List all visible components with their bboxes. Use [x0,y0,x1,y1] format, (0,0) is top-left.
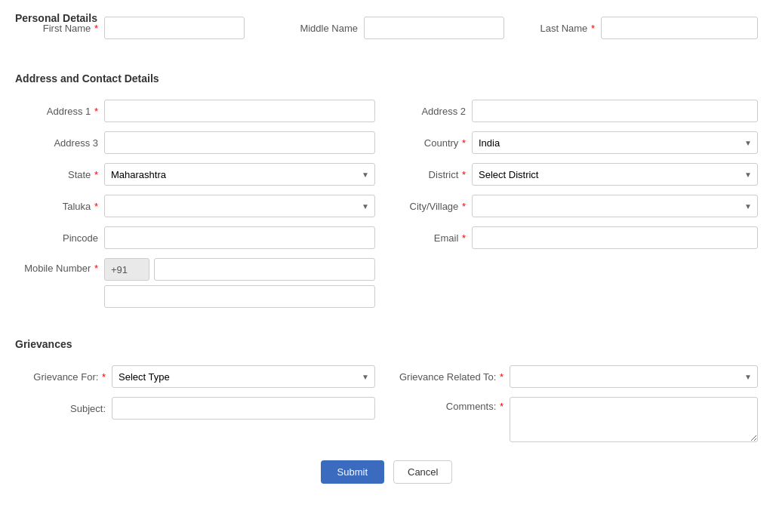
city-village-select-wrapper: ▼ [472,195,758,217]
district-row: District * Select District ▼ [398,163,758,186]
state-select[interactable]: Maharashtra [104,163,375,186]
mobile-number-extra-input[interactable] [104,285,375,308]
address-contact-section: Address and Contact Details Address 1 * … [15,72,758,308]
taluka-select-wrapper: ▼ [104,195,375,217]
taluka-label: Taluka [63,201,91,212]
address1-row: Address 1 * [15,100,375,122]
address3-label: Address 3 [15,137,98,149]
grievance-for-select-wrapper: Select Type ▼ [112,365,375,388]
district-select-wrapper: Select District ▼ [472,163,758,186]
email-input[interactable] [472,226,758,249]
button-row: Submit Cancel [15,460,758,484]
address2-input[interactable] [472,100,758,122]
last-name-input[interactable] [601,17,758,39]
address1-label: Address 1 [47,106,91,117]
state-select-wrapper: Maharashtra ▼ [104,163,375,186]
grievance-for-row: Grievance For: * Select Type ▼ [15,365,375,388]
subject-input[interactable] [112,397,375,420]
mobile-prefix-row: +91 [104,258,375,281]
pincode-row: Pincode [15,226,375,249]
mobile-prefix-display: +91 [104,258,149,281]
country-select-wrapper: India ▼ [472,131,758,154]
comments-textarea[interactable] [510,397,758,442]
country-label: Country [424,137,459,149]
mobile-number-input[interactable] [154,258,375,281]
state-label: State [68,169,91,180]
country-row: Country * India ▼ [398,131,758,154]
mobile-number-label: Mobile Number [24,263,91,274]
grievances-section: Grievances Grievance For: * Select Type … [15,338,758,442]
country-select[interactable]: India [472,131,758,154]
taluka-row: Taluka * ▼ [15,195,375,217]
subject-label: Subject: [15,403,106,414]
grievance-for-select[interactable]: Select Type [112,365,375,388]
grievance-related-label: Grievance Related To: [399,371,496,383]
email-row: Email * [398,226,758,249]
middle-name-label2: Middle Name [275,23,358,34]
address2-row: Address 2 [398,100,758,122]
email-label: Email [434,232,459,244]
city-village-label: City/Village [410,201,459,212]
cancel-button[interactable]: Cancel [393,460,452,484]
district-label: District [429,169,459,180]
district-select[interactable]: Select District [472,163,758,186]
city-village-row: City/Village * ▼ [398,195,758,217]
mobile-number-row: Mobile Number * +91 [15,258,375,308]
first-name-label2: First Name [43,23,91,34]
address3-row: Address 3 [15,131,375,154]
middle-name-input2[interactable] [364,17,504,39]
address2-label: Address 2 [398,106,466,117]
address1-input[interactable] [104,100,375,122]
subject-row: Subject: [15,397,375,420]
comments-label: Comments: [446,401,496,412]
first-name-input2[interactable] [104,17,245,39]
comments-row: Comments: * [398,397,758,442]
taluka-select[interactable] [104,195,375,217]
pincode-label: Pincode [15,232,98,244]
grievance-related-row: Grievance Related To: * ▼ [398,365,758,388]
submit-button[interactable]: Submit [321,460,384,484]
address3-input[interactable] [104,131,375,154]
pincode-input[interactable] [104,226,375,249]
last-name-label: Last Name [540,23,587,34]
grievances-title: Grievances [15,338,758,353]
personal-details-section: Personal Details First Name * Middle Nam… [15,12,758,39]
grievance-for-label: Grievance For: [33,371,98,383]
address-contact-title: Address and Contact Details [15,72,758,88]
city-village-select[interactable] [472,195,758,217]
mobile-number-inputs: +91 [104,258,375,308]
grievance-related-select[interactable] [510,365,758,388]
grievance-related-select-wrapper: ▼ [510,365,758,388]
state-row: State * Maharashtra ▼ [15,163,375,186]
